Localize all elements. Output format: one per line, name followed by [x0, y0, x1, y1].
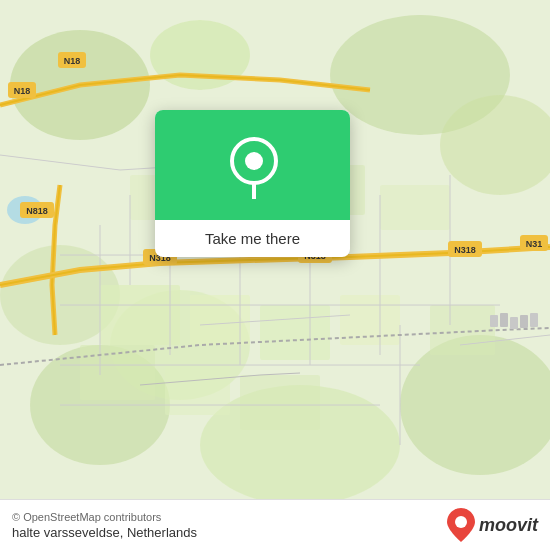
- svg-rect-11: [190, 295, 250, 345]
- svg-point-64: [455, 516, 467, 528]
- svg-text:N31: N31: [526, 239, 543, 249]
- svg-rect-58: [510, 317, 518, 329]
- svg-rect-12: [260, 305, 330, 360]
- svg-text:N818: N818: [26, 206, 48, 216]
- svg-rect-19: [380, 185, 450, 230]
- svg-rect-59: [520, 315, 528, 328]
- map-svg: N18 N18 N818 N318 N318 N318 N31: [0, 0, 550, 550]
- moovit-logo: moovit: [447, 508, 538, 542]
- svg-text:N18: N18: [14, 86, 31, 96]
- take-me-there-button[interactable]: Take me there: [155, 220, 350, 257]
- popup-header: [155, 110, 350, 220]
- map-attribution: © OpenStreetMap contributors: [12, 511, 197, 523]
- svg-rect-14: [80, 345, 155, 400]
- map-container: N18 N18 N818 N318 N318 N318 N31: [0, 0, 550, 550]
- svg-text:N318: N318: [454, 245, 476, 255]
- location-name: halte varsseveldse, Netherlands: [12, 525, 197, 540]
- svg-rect-15: [165, 365, 230, 415]
- moovit-brand-text: moovit: [479, 515, 538, 536]
- svg-rect-10: [100, 285, 180, 345]
- bottom-bar: © OpenStreetMap contributors halte varss…: [0, 499, 550, 550]
- svg-rect-60: [530, 313, 538, 327]
- popup-card: Take me there: [155, 110, 350, 257]
- svg-point-62: [245, 152, 263, 170]
- moovit-pin-icon: [447, 508, 475, 542]
- svg-rect-16: [240, 375, 320, 430]
- location-pin-icon: [229, 137, 277, 193]
- svg-rect-57: [500, 313, 508, 327]
- svg-rect-56: [490, 315, 498, 327]
- svg-text:N18: N18: [64, 56, 81, 66]
